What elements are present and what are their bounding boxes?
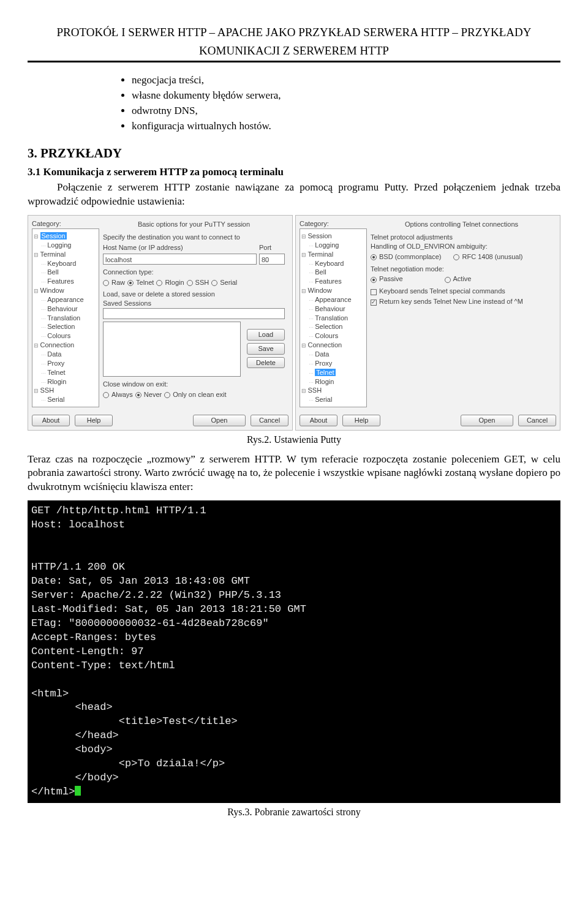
tree-window[interactable]: Window bbox=[34, 286, 97, 295]
panel-banner: Options controlling Telnet connections bbox=[371, 219, 552, 230]
tree-ssh[interactable]: SSH bbox=[34, 386, 97, 395]
label-passive: Passive bbox=[379, 274, 403, 284]
tree-data[interactable]: Data bbox=[301, 350, 365, 359]
radio-clean[interactable] bbox=[164, 392, 170, 398]
radio-rfc[interactable] bbox=[453, 254, 459, 260]
tree-bell[interactable]: Bell bbox=[34, 268, 97, 277]
saved-session-name-input[interactable] bbox=[103, 308, 285, 319]
tree-serial[interactable]: Serial bbox=[34, 395, 97, 404]
tree-terminal[interactable]: Terminal bbox=[34, 250, 97, 259]
help-button[interactable]: Help bbox=[75, 415, 113, 426]
section-3-title: 3. PRZYKŁADY bbox=[28, 145, 560, 162]
tree-rlogin[interactable]: Rlogin bbox=[301, 377, 365, 386]
tree-rlogin[interactable]: Rlogin bbox=[34, 377, 97, 386]
tree-logging[interactable]: Logging bbox=[34, 241, 97, 250]
radio-raw[interactable] bbox=[103, 280, 109, 286]
radio-ssh[interactable] bbox=[187, 280, 193, 286]
label-serial: Serial bbox=[220, 278, 237, 287]
radio-telnet[interactable] bbox=[127, 280, 134, 286]
tree-bell[interactable]: Bell bbox=[301, 268, 365, 277]
port-label: Port bbox=[259, 243, 285, 252]
tree-colours[interactable]: Colours bbox=[301, 331, 365, 341]
lss-label: Load, save or delete a stored session bbox=[103, 290, 285, 299]
tree-colours[interactable]: Colours bbox=[34, 331, 97, 341]
tree-logging[interactable]: Logging bbox=[301, 241, 365, 250]
tree-telnet[interactable]: Telnet bbox=[34, 368, 97, 377]
tree-connection[interactable]: Connection bbox=[301, 341, 365, 350]
open-button[interactable]: Open bbox=[461, 415, 513, 426]
figure-2-caption: Rys.2. Ustawienia Putty bbox=[28, 433, 560, 447]
tree-keyboard[interactable]: Keyboard bbox=[301, 259, 365, 268]
radio-serial[interactable] bbox=[211, 280, 217, 286]
label-never: Never bbox=[144, 390, 162, 399]
category-tree[interactable]: Session Logging Terminal Keyboard Bell F… bbox=[32, 228, 99, 407]
tree-proxy[interactable]: Proxy bbox=[301, 359, 365, 368]
cancel-button[interactable]: Cancel bbox=[518, 415, 556, 426]
radio-rlogin[interactable] bbox=[156, 280, 162, 286]
tree-ssh[interactable]: SSH bbox=[301, 386, 365, 395]
page-header-line1: PROTOKÓŁ I SERWER HTTP – APACHE JAKO PRZ… bbox=[28, 25, 560, 40]
tree-translation[interactable]: Translation bbox=[34, 314, 97, 323]
about-button[interactable]: About bbox=[300, 415, 337, 426]
category-label: Category: bbox=[300, 219, 367, 228]
negot-label: Telnet negotiation mode: bbox=[371, 265, 552, 274]
putty-window-session: Category: Session Logging Terminal Keybo… bbox=[28, 215, 293, 431]
tree-appearance[interactable]: Appearance bbox=[34, 295, 97, 304]
category-tree[interactable]: Session Logging Terminal Keyboard Bell F… bbox=[300, 228, 367, 407]
close-on-exit-label: Close window on exit: bbox=[103, 380, 285, 389]
tree-features[interactable]: Features bbox=[301, 277, 365, 286]
dest-label: Specify the destination you want to conn… bbox=[103, 233, 285, 242]
radio-active[interactable] bbox=[445, 277, 451, 283]
tree-appearance[interactable]: Appearance bbox=[301, 295, 365, 304]
label-bsd: BSD (commonplace) bbox=[379, 252, 441, 262]
host-input[interactable]: localhost bbox=[103, 254, 257, 265]
cancel-button[interactable]: Cancel bbox=[251, 415, 288, 426]
tree-selection[interactable]: Selection bbox=[301, 322, 365, 331]
tree-data[interactable]: Data bbox=[34, 350, 97, 359]
tree-selection[interactable]: Selection bbox=[34, 322, 97, 331]
putty-window-telnet: Category: Session Logging Terminal Keybo… bbox=[295, 215, 560, 431]
label-rfc: RFC 1408 (unusual) bbox=[462, 252, 522, 262]
label-clean: Only on clean exit bbox=[173, 390, 226, 399]
page-header-line2: KOMUNIKACJI Z SERWEREM HTTP bbox=[28, 43, 560, 59]
label-always: Always bbox=[111, 390, 133, 399]
saved-sessions-listbox[interactable] bbox=[103, 322, 241, 377]
radio-never[interactable] bbox=[135, 392, 141, 398]
tree-keyboard[interactable]: Keyboard bbox=[34, 259, 97, 268]
tree-behaviour[interactable]: Behaviour bbox=[301, 304, 365, 314]
about-button[interactable]: About bbox=[32, 415, 70, 426]
proto-label: Telnet protocol adjustments bbox=[371, 233, 552, 242]
saved-sessions-label: Saved Sessions bbox=[103, 300, 151, 307]
open-button[interactable]: Open bbox=[193, 415, 246, 426]
tree-translation[interactable]: Translation bbox=[301, 314, 365, 323]
tree-telnet[interactable]: Telnet bbox=[315, 369, 335, 376]
tree-behaviour[interactable]: Behaviour bbox=[34, 304, 97, 314]
tree-features[interactable]: Features bbox=[34, 277, 97, 286]
old-environ-label: Handling of OLD_ENVIRON ambiguity: bbox=[371, 243, 488, 250]
check-return-newline[interactable] bbox=[371, 300, 377, 306]
save-button[interactable]: Save bbox=[247, 343, 285, 355]
tree-window[interactable]: Window bbox=[301, 286, 365, 295]
radio-bsd[interactable] bbox=[371, 254, 377, 260]
label-ssh: SSH bbox=[195, 278, 209, 287]
help-button[interactable]: Help bbox=[342, 415, 380, 426]
tree-terminal[interactable]: Terminal bbox=[301, 250, 365, 259]
tree-connection[interactable]: Connection bbox=[34, 341, 97, 350]
bullet-item: konfiguracja wirtualnych hostów. bbox=[132, 119, 560, 134]
tree-serial[interactable]: Serial bbox=[301, 395, 365, 404]
radio-always[interactable] bbox=[103, 392, 109, 398]
check-special-cmds[interactable] bbox=[371, 289, 377, 295]
label-rlogin: Rlogin bbox=[165, 278, 184, 287]
radio-passive[interactable] bbox=[371, 277, 377, 283]
terminal-cursor bbox=[75, 786, 81, 796]
panel-banner: Basic options for your PuTTY session bbox=[103, 219, 285, 230]
label-raw: Raw bbox=[111, 278, 125, 287]
bullet-item: odwrotny DNS, bbox=[132, 104, 560, 118]
port-input[interactable]: 80 bbox=[259, 254, 285, 265]
tree-proxy[interactable]: Proxy bbox=[34, 359, 97, 368]
tree-session[interactable]: Session bbox=[40, 232, 67, 239]
delete-button[interactable]: Delete bbox=[247, 357, 285, 369]
load-button[interactable]: Load bbox=[247, 329, 285, 341]
tree-session[interactable]: Session bbox=[301, 232, 365, 241]
terminal-output: GET /http/http.html HTTP/1.1 Host: local… bbox=[28, 500, 560, 803]
